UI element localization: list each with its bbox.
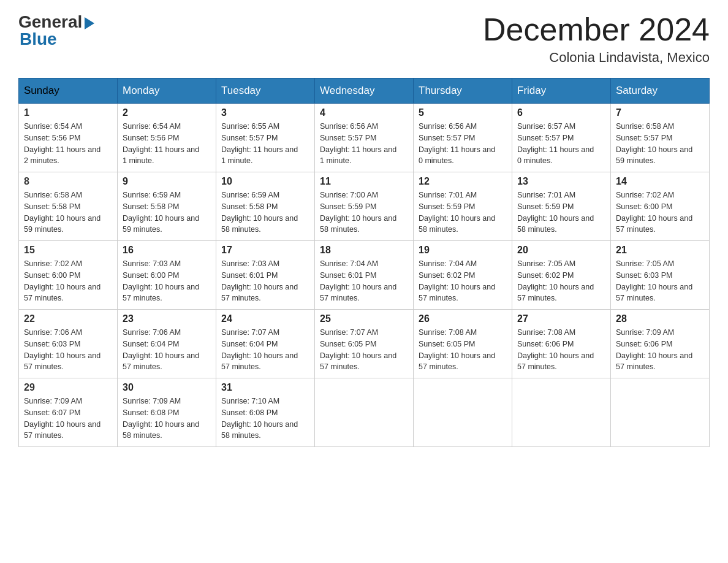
day-number: 9 [123, 176, 211, 187]
day-info: Sunrise: 7:07 AMSunset: 6:05 PMDaylight:… [320, 327, 408, 373]
calendar-cell: 20Sunrise: 7:05 AMSunset: 6:02 PMDayligh… [512, 241, 611, 310]
day-info: Sunrise: 7:02 AMSunset: 6:00 PMDaylight:… [616, 190, 704, 236]
day-info: Sunrise: 7:01 AMSunset: 5:59 PMDaylight:… [517, 190, 605, 236]
day-number: 2 [123, 107, 211, 118]
calendar-cell: 28Sunrise: 7:09 AMSunset: 6:06 PMDayligh… [611, 310, 710, 378]
day-number: 5 [419, 107, 507, 118]
logo: General Blue [18, 12, 94, 49]
day-number: 18 [320, 245, 408, 256]
day-number: 20 [517, 245, 605, 256]
day-info: Sunrise: 7:03 AMSunset: 6:00 PMDaylight:… [123, 258, 211, 304]
calendar-cell: 22Sunrise: 7:06 AMSunset: 6:03 PMDayligh… [19, 310, 118, 378]
calendar-cell: 15Sunrise: 7:02 AMSunset: 6:00 PMDayligh… [19, 241, 118, 310]
month-title: December 2024 [483, 12, 710, 47]
day-number: 8 [24, 176, 112, 187]
day-info: Sunrise: 6:58 AMSunset: 5:58 PMDaylight:… [24, 190, 112, 236]
calendar-cell: 16Sunrise: 7:03 AMSunset: 6:00 PMDayligh… [118, 241, 216, 310]
calendar-cell: 2Sunrise: 6:54 AMSunset: 5:56 PMDaylight… [118, 104, 216, 172]
calendar-cell: 14Sunrise: 7:02 AMSunset: 6:00 PMDayligh… [611, 172, 710, 241]
day-number: 26 [419, 313, 507, 324]
day-info: Sunrise: 7:02 AMSunset: 6:00 PMDaylight:… [24, 258, 112, 304]
day-info: Sunrise: 7:09 AMSunset: 6:08 PMDaylight:… [123, 396, 211, 442]
day-info: Sunrise: 6:59 AMSunset: 5:58 PMDaylight:… [123, 190, 211, 236]
day-number: 14 [616, 176, 704, 187]
calendar-cell [414, 378, 512, 447]
calendar-cell [512, 378, 611, 447]
day-number: 15 [24, 245, 112, 256]
day-number: 1 [24, 107, 112, 118]
day-info: Sunrise: 7:07 AMSunset: 6:04 PMDaylight:… [221, 327, 309, 373]
calendar-cell: 8Sunrise: 6:58 AMSunset: 5:58 PMDaylight… [19, 172, 118, 241]
weekday-header-monday: Monday [118, 79, 216, 104]
calendar-cell: 19Sunrise: 7:04 AMSunset: 6:02 PMDayligh… [414, 241, 512, 310]
weekday-header-thursday: Thursday [414, 79, 512, 104]
day-number: 23 [123, 313, 211, 324]
calendar-cell: 3Sunrise: 6:55 AMSunset: 5:57 PMDaylight… [216, 104, 315, 172]
day-number: 3 [221, 107, 309, 118]
day-info: Sunrise: 6:58 AMSunset: 5:57 PMDaylight:… [616, 121, 704, 167]
day-number: 10 [221, 176, 309, 187]
calendar-cell [315, 378, 414, 447]
day-number: 21 [616, 245, 704, 256]
day-number: 12 [419, 176, 507, 187]
calendar-cell: 9Sunrise: 6:59 AMSunset: 5:58 PMDaylight… [118, 172, 216, 241]
day-number: 17 [221, 245, 309, 256]
day-info: Sunrise: 7:01 AMSunset: 5:59 PMDaylight:… [419, 190, 507, 236]
calendar-cell: 6Sunrise: 6:57 AMSunset: 5:57 PMDaylight… [512, 104, 611, 172]
calendar-cell: 24Sunrise: 7:07 AMSunset: 6:04 PMDayligh… [216, 310, 315, 378]
location-title: Colonia Lindavista, Mexico [483, 50, 710, 66]
calendar-cell: 11Sunrise: 7:00 AMSunset: 5:59 PMDayligh… [315, 172, 414, 241]
day-number: 16 [123, 245, 211, 256]
calendar-cell: 31Sunrise: 7:10 AMSunset: 6:08 PMDayligh… [216, 378, 315, 447]
weekday-header-saturday: Saturday [611, 79, 710, 104]
calendar-cell: 17Sunrise: 7:03 AMSunset: 6:01 PMDayligh… [216, 241, 315, 310]
day-info: Sunrise: 7:10 AMSunset: 6:08 PMDaylight:… [221, 396, 309, 442]
day-info: Sunrise: 7:04 AMSunset: 6:02 PMDaylight:… [419, 258, 507, 304]
day-info: Sunrise: 6:56 AMSunset: 5:57 PMDaylight:… [320, 121, 408, 167]
day-number: 24 [221, 313, 309, 324]
day-number: 19 [419, 245, 507, 256]
logo-blue-text: Blue [18, 29, 57, 49]
day-info: Sunrise: 7:05 AMSunset: 6:02 PMDaylight:… [517, 258, 605, 304]
day-info: Sunrise: 7:08 AMSunset: 6:05 PMDaylight:… [419, 327, 507, 373]
weekday-header-row: SundayMondayTuesdayWednesdayThursdayFrid… [19, 79, 710, 104]
day-number: 7 [616, 107, 704, 118]
calendar-cell: 13Sunrise: 7:01 AMSunset: 5:59 PMDayligh… [512, 172, 611, 241]
calendar-cell: 18Sunrise: 7:04 AMSunset: 6:01 PMDayligh… [315, 241, 414, 310]
week-row-5: 29Sunrise: 7:09 AMSunset: 6:07 PMDayligh… [19, 378, 710, 447]
week-row-1: 1Sunrise: 6:54 AMSunset: 5:56 PMDaylight… [19, 104, 710, 172]
calendar-table: SundayMondayTuesdayWednesdayThursdayFrid… [18, 78, 710, 447]
calendar-cell: 26Sunrise: 7:08 AMSunset: 6:05 PMDayligh… [414, 310, 512, 378]
day-info: Sunrise: 6:57 AMSunset: 5:57 PMDaylight:… [517, 121, 605, 167]
day-info: Sunrise: 7:09 AMSunset: 6:06 PMDaylight:… [616, 327, 704, 373]
day-info: Sunrise: 6:59 AMSunset: 5:58 PMDaylight:… [221, 190, 309, 236]
day-info: Sunrise: 6:55 AMSunset: 5:57 PMDaylight:… [221, 121, 309, 167]
day-number: 27 [517, 313, 605, 324]
day-number: 31 [221, 382, 309, 393]
day-number: 11 [320, 176, 408, 187]
weekday-header-sunday: Sunday [19, 79, 118, 104]
day-number: 6 [517, 107, 605, 118]
week-row-2: 8Sunrise: 6:58 AMSunset: 5:58 PMDaylight… [19, 172, 710, 241]
day-info: Sunrise: 7:06 AMSunset: 6:04 PMDaylight:… [123, 327, 211, 373]
calendar-cell [611, 378, 710, 447]
day-info: Sunrise: 7:06 AMSunset: 6:03 PMDaylight:… [24, 327, 112, 373]
calendar-cell: 27Sunrise: 7:08 AMSunset: 6:06 PMDayligh… [512, 310, 611, 378]
calendar-cell: 25Sunrise: 7:07 AMSunset: 6:05 PMDayligh… [315, 310, 414, 378]
week-row-4: 22Sunrise: 7:06 AMSunset: 6:03 PMDayligh… [19, 310, 710, 378]
day-number: 13 [517, 176, 605, 187]
day-info: Sunrise: 7:09 AMSunset: 6:07 PMDaylight:… [24, 396, 112, 442]
calendar-cell: 5Sunrise: 6:56 AMSunset: 5:57 PMDaylight… [414, 104, 512, 172]
weekday-header-friday: Friday [512, 79, 611, 104]
day-number: 4 [320, 107, 408, 118]
weekday-header-wednesday: Wednesday [315, 79, 414, 104]
logo-arrow-icon [85, 17, 94, 29]
day-info: Sunrise: 7:04 AMSunset: 6:01 PMDaylight:… [320, 258, 408, 304]
day-info: Sunrise: 6:56 AMSunset: 5:57 PMDaylight:… [419, 121, 507, 167]
calendar-cell: 29Sunrise: 7:09 AMSunset: 6:07 PMDayligh… [19, 378, 118, 447]
title-area: December 2024 Colonia Lindavista, Mexico [483, 12, 710, 66]
day-info: Sunrise: 7:05 AMSunset: 6:03 PMDaylight:… [616, 258, 704, 304]
day-number: 22 [24, 313, 112, 324]
weekday-header-tuesday: Tuesday [216, 79, 315, 104]
day-info: Sunrise: 6:54 AMSunset: 5:56 PMDaylight:… [123, 121, 211, 167]
